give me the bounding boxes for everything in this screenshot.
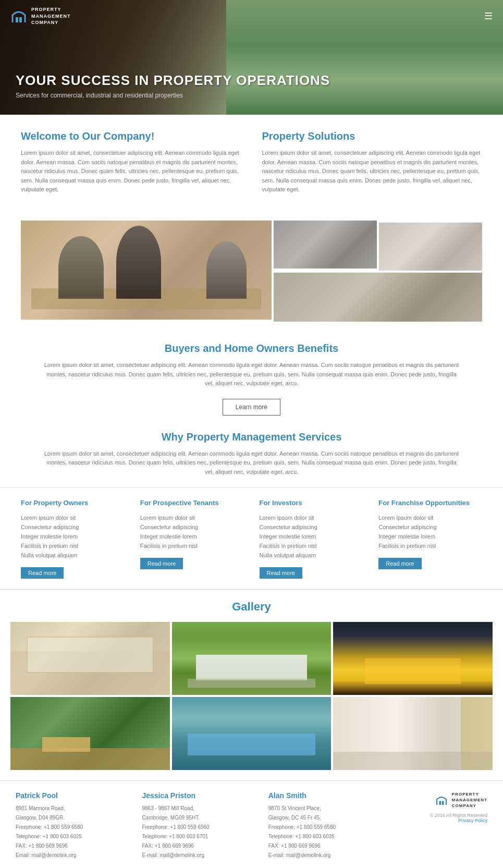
list-item: Lorem ipsum dolor sit bbox=[21, 513, 125, 522]
service-title-0: For Property Owners bbox=[21, 498, 125, 508]
gallery-item-5[interactable] bbox=[172, 697, 332, 770]
welcome-section: Welcome to Our Company! Lorem ipsum dolo… bbox=[0, 115, 503, 210]
buyers-title: Buyers and Home Owners Benefits bbox=[42, 343, 461, 354]
buyers-section: Buyers and Home Owners Benefits Lorem ip… bbox=[0, 332, 503, 421]
list-item: Facilisis in pretium nisl bbox=[21, 541, 125, 551]
footer-info-2: 9870 St Vincent Place, Glasgow, DC 45 Fr… bbox=[268, 804, 384, 860]
list-item: Nulla volutpat aliquam bbox=[21, 551, 125, 560]
property-solutions-text: Lorem ipsum dolor sit amet, consectetuer… bbox=[262, 149, 483, 194]
list-item: Consectetur adipiscing bbox=[378, 522, 482, 532]
list-item: Integer molestie lorem bbox=[378, 532, 482, 541]
list-item: Nulla volutpat aliquam bbox=[260, 551, 363, 560]
buyers-text: Lorem ipsum dolor sit amet, consectetuer… bbox=[42, 361, 461, 388]
service-col-1: For Prospective Tenants Lorem ipsum dolo… bbox=[135, 498, 249, 579]
footer-logo-col: PROPERTY MANAGEMENT COMPANY © 2016 All R… bbox=[395, 791, 487, 824]
navigation: PROPERTY MANAGEMENT COMPANY ☰ bbox=[0, 0, 503, 32]
footer-name-0: Patrick Pool bbox=[16, 791, 131, 800]
gallery-item-6[interactable] bbox=[333, 697, 493, 770]
list-item: Lorem ipsum dolor sit bbox=[140, 513, 244, 522]
service-title-2: For Investors bbox=[260, 498, 363, 508]
service-list-2: Lorem ipsum dolor sit Consectetur adipis… bbox=[260, 513, 363, 560]
footer-name-2: Alan Smith bbox=[268, 791, 384, 800]
logo-text: PROPERTY MANAGEMENT COMPANY bbox=[31, 6, 71, 26]
welcome-columns: Welcome to Our Company! Lorem ipsum dolo… bbox=[21, 130, 482, 194]
footer: Patrick Pool 8901 Marmora Road, Glasgow,… bbox=[0, 780, 503, 868]
image-grid bbox=[21, 221, 482, 322]
gallery-item-1[interactable] bbox=[10, 622, 170, 695]
list-item: Consectetur adipiscing bbox=[140, 522, 244, 532]
service-list-1: Lorem ipsum dolor sit Consectetur adipis… bbox=[140, 513, 244, 551]
services-section: For Property Owners Lorem ipsum dolor si… bbox=[0, 487, 503, 590]
service-col-0: For Property Owners Lorem ipsum dolor si… bbox=[16, 498, 130, 579]
list-item: Facilisis in pretium nisl bbox=[378, 541, 482, 551]
list-item: Integer molestie lorem bbox=[140, 532, 244, 541]
hero-subtitle: Services for commercial, industrial and … bbox=[16, 92, 330, 99]
logo[interactable]: PROPERTY MANAGEMENT COMPANY bbox=[10, 6, 71, 26]
list-item: Consectetur adipiscing bbox=[260, 522, 363, 532]
service-title-1: For Prospective Tenants bbox=[140, 498, 244, 508]
why-text: Lorem ipsum dolor sit amet, consectetuer… bbox=[42, 449, 461, 477]
services-columns: For Property Owners Lorem ipsum dolor si… bbox=[16, 498, 487, 579]
service-title-3: For Franchise Opportunities bbox=[378, 498, 482, 508]
footer-privacy-link[interactable]: Privacy Policy bbox=[458, 818, 487, 823]
footer-copyright: © 2016 All Rights Reserved bbox=[430, 813, 487, 818]
large-photo bbox=[21, 221, 272, 320]
footer-logo: PROPERTY MANAGEMENT COMPANY bbox=[435, 791, 487, 809]
gallery-grid bbox=[0, 622, 503, 770]
list-item: Facilisis in pretium nisl bbox=[140, 541, 244, 551]
hero-content: YOUR SUCCESS IN PROPERTY OPERATIONS Serv… bbox=[0, 72, 330, 115]
gallery-section: Gallery bbox=[0, 590, 503, 780]
svg-rect-2 bbox=[439, 801, 441, 805]
gallery-item-2[interactable] bbox=[172, 622, 332, 695]
hamburger-menu[interactable]: ☰ bbox=[484, 10, 493, 22]
property-solutions-title: Property Solutions bbox=[262, 130, 483, 142]
footer-info-1: 9863 - 9867 Mill Road, Cambridge, MG09 9… bbox=[142, 804, 257, 860]
header: PROPERTY MANAGEMENT COMPANY ☰ YOUR SUCCE… bbox=[0, 0, 503, 115]
small-photos bbox=[274, 221, 482, 322]
footer-logo-text: PROPERTY MANAGEMENT COMPANY bbox=[452, 791, 487, 809]
svg-rect-0 bbox=[16, 17, 18, 22]
why-title: Why Property Management Services bbox=[42, 431, 461, 443]
read-more-button-2[interactable]: Read more bbox=[260, 567, 302, 579]
service-list-0: Lorem ipsum dolor sit Consectetur adipis… bbox=[21, 513, 125, 560]
list-item: Lorem ipsum dolor sit bbox=[260, 513, 363, 522]
learn-more-button[interactable]: Learn more bbox=[223, 399, 280, 415]
logo-icon bbox=[10, 8, 27, 25]
hero-title: YOUR SUCCESS IN PROPERTY OPERATIONS bbox=[16, 72, 330, 89]
list-item: Lorem ipsum dolor sit bbox=[378, 513, 482, 522]
property-solutions-col: Property Solutions Lorem ipsum dolor sit… bbox=[262, 130, 483, 194]
read-more-button-3[interactable]: Read more bbox=[378, 558, 421, 569]
read-more-button-1[interactable]: Read more bbox=[140, 558, 183, 569]
service-col-2: For Investors Lorem ipsum dolor sit Cons… bbox=[254, 498, 369, 579]
footer-contact-0: Patrick Pool 8901 Marmora Road, Glasgow,… bbox=[16, 791, 131, 860]
gallery-item-3[interactable] bbox=[333, 622, 493, 695]
footer-info-0: 8901 Marmora Road, Glasgow, D04 89GR. Fr… bbox=[16, 804, 131, 860]
service-col-3: For Franchise Opportunities Lorem ipsum … bbox=[373, 498, 487, 579]
footer-columns: Patrick Pool 8901 Marmora Road, Glasgow,… bbox=[16, 791, 487, 860]
list-item: Integer molestie lorem bbox=[260, 532, 363, 541]
svg-rect-1 bbox=[19, 17, 22, 22]
footer-name-1: Jessica Priston bbox=[142, 791, 257, 800]
why-section: Why Property Management Services Lorem i… bbox=[0, 421, 503, 487]
list-item: Integer molestie lorem bbox=[21, 532, 125, 541]
welcome-title: Welcome to Our Company! bbox=[21, 130, 241, 142]
footer-contact-1: Jessica Priston 9863 - 9867 Mill Road, C… bbox=[142, 791, 257, 860]
welcome-col: Welcome to Our Company! Lorem ipsum dolo… bbox=[21, 130, 241, 194]
list-item: Consectetur adipiscing bbox=[21, 522, 125, 532]
footer-contact-2: Alan Smith 9870 St Vincent Place, Glasgo… bbox=[268, 791, 384, 860]
svg-rect-3 bbox=[442, 801, 444, 805]
footer-logo-icon bbox=[435, 794, 448, 806]
list-item: Facilisis in pretium nisl bbox=[260, 541, 363, 551]
welcome-text: Lorem ipsum dolor sit amet, consectetuer… bbox=[21, 149, 241, 194]
gallery-item-4[interactable] bbox=[10, 697, 170, 770]
read-more-button-0[interactable]: Read more bbox=[21, 567, 64, 579]
gallery-title: Gallery bbox=[0, 600, 503, 614]
service-list-3: Lorem ipsum dolor sit Consectetur adipis… bbox=[378, 513, 482, 551]
